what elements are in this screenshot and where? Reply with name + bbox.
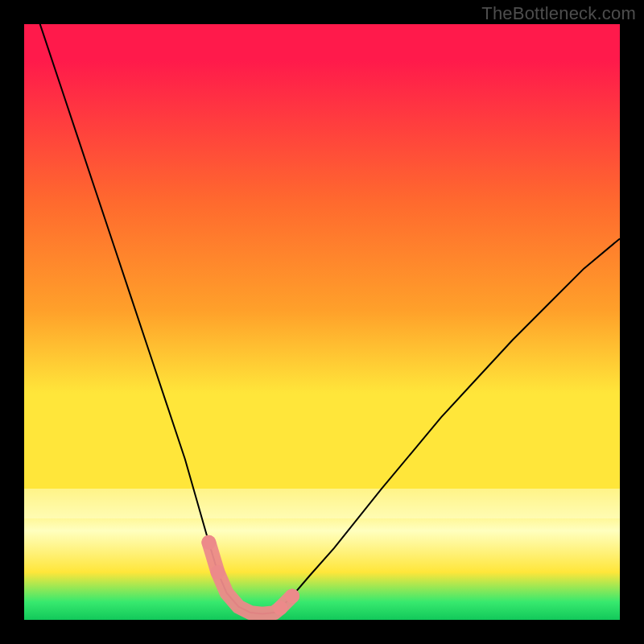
chart-frame: TheBottleneck.com bbox=[0, 0, 644, 644]
plot-area bbox=[24, 24, 620, 620]
highlight-marker bbox=[24, 24, 620, 620]
marker-dot bbox=[285, 588, 299, 603]
marker-dot bbox=[273, 601, 287, 615]
watermark-text: TheBottleneck.com bbox=[481, 3, 636, 24]
marker-dot bbox=[201, 535, 216, 550]
marker-dot bbox=[211, 565, 225, 580]
